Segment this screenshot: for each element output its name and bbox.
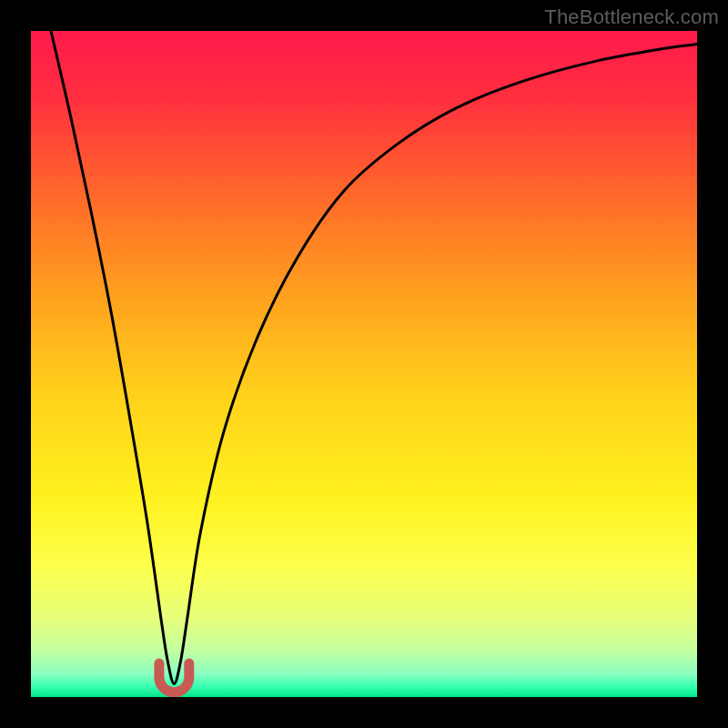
watermark-text: TheBottleneck.com — [544, 5, 719, 29]
chart-frame: TheBottleneck.com — [0, 0, 728, 728]
plot-svg — [31, 31, 697, 697]
gradient-background — [31, 31, 697, 697]
plot-area — [31, 31, 697, 697]
